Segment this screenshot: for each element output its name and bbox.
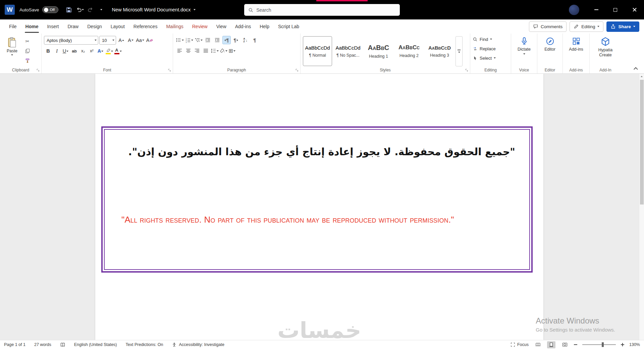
zoom-out-button[interactable] bbox=[574, 344, 577, 345]
tab-references[interactable]: References bbox=[129, 19, 162, 34]
purple-border-box[interactable]: "جميع الحقوق محفوظة. لا يجوز إعادة إنتاج… bbox=[101, 126, 533, 273]
share-button[interactable]: Share bbox=[606, 21, 639, 32]
accessibility-status[interactable]: Accessibility: Investigate bbox=[172, 342, 224, 347]
line-spacing-button[interactable] bbox=[210, 47, 219, 55]
font-color-button[interactable]: A bbox=[114, 47, 122, 55]
numbering-button[interactable]: 123 bbox=[185, 36, 193, 44]
italic-button[interactable]: I bbox=[53, 47, 61, 55]
find-button[interactable]: Find bbox=[473, 35, 508, 43]
shrink-font-button[interactable]: A bbox=[126, 36, 135, 45]
font-dialog-launcher[interactable] bbox=[168, 68, 171, 72]
align-center-button[interactable] bbox=[184, 47, 193, 55]
hypatia-create-button[interactable]: Hypatia Create bbox=[592, 36, 619, 58]
style-normal[interactable]: AaBbCcDd ¶ Normal bbox=[303, 36, 332, 66]
scroll-up-button[interactable] bbox=[639, 74, 644, 79]
underline-button[interactable]: U bbox=[61, 47, 70, 55]
zoom-slider[interactable] bbox=[582, 344, 616, 345]
bullets-button[interactable] bbox=[175, 36, 184, 44]
focus-mode-button[interactable]: Focus bbox=[511, 342, 529, 347]
document-title[interactable]: New Microsoft Word Document.docx bbox=[112, 7, 196, 12]
superscript-button[interactable]: x² bbox=[88, 47, 96, 55]
multilevel-list-button[interactable] bbox=[194, 36, 203, 44]
shading-button[interactable] bbox=[219, 47, 227, 55]
minimize-button[interactable] bbox=[587, 0, 606, 19]
copy-button[interactable] bbox=[23, 47, 32, 55]
tab-script-lab[interactable]: Script Lab bbox=[274, 19, 304, 34]
strikethrough-button[interactable]: ab bbox=[70, 47, 78, 55]
font-size-combo[interactable] bbox=[99, 36, 116, 45]
comments-button[interactable]: Comments bbox=[529, 21, 567, 32]
tab-mailings[interactable]: Mailings bbox=[162, 19, 187, 34]
tab-help[interactable]: Help bbox=[255, 19, 274, 34]
web-layout-button[interactable] bbox=[560, 341, 569, 348]
style-no-spacing[interactable]: AaBbCcDd ¶ No Spac... bbox=[333, 36, 363, 66]
style-heading3[interactable]: AaBbCcD Heading 3 bbox=[425, 36, 454, 66]
tab-addins[interactable]: Add-ins bbox=[231, 19, 255, 34]
highlight-color-button[interactable] bbox=[105, 47, 113, 55]
tab-layout[interactable]: Layout bbox=[106, 19, 129, 34]
ltr-text-direction-button[interactable]: ¶ bbox=[232, 36, 240, 44]
tab-insert[interactable]: Insert bbox=[43, 19, 63, 34]
tab-home[interactable]: Home bbox=[21, 19, 43, 34]
read-mode-button[interactable] bbox=[534, 341, 542, 348]
font-size-input[interactable] bbox=[102, 38, 111, 43]
align-right-button[interactable] bbox=[193, 47, 201, 55]
format-painter-button[interactable] bbox=[23, 56, 32, 65]
zoom-slider-thumb[interactable] bbox=[602, 342, 604, 347]
page-number-status[interactable]: Page 1 of 1 bbox=[4, 342, 25, 347]
decrease-indent-button[interactable] bbox=[204, 36, 212, 44]
font-name-combo[interactable] bbox=[44, 36, 98, 45]
autosave-toggle[interactable]: Off bbox=[42, 6, 58, 13]
addins-button[interactable]: Add-ins bbox=[565, 36, 587, 52]
paste-button[interactable]: Paste bbox=[2, 36, 22, 66]
select-button[interactable]: Select bbox=[473, 54, 508, 62]
zoom-in-button[interactable] bbox=[621, 343, 624, 346]
redo-button[interactable] bbox=[86, 4, 96, 16]
subscript-button[interactable]: x₂ bbox=[79, 47, 87, 55]
style-heading2[interactable]: AaBbCc Heading 2 bbox=[394, 36, 424, 66]
vertical-scrollbar[interactable] bbox=[639, 74, 644, 340]
proofing-status[interactable] bbox=[60, 342, 65, 347]
save-button[interactable] bbox=[64, 4, 74, 16]
close-button[interactable] bbox=[625, 0, 644, 19]
style-heading1[interactable]: AaBbC Heading 1 bbox=[364, 36, 393, 66]
zoom-level-button[interactable]: 130% bbox=[629, 342, 640, 347]
editing-mode-dropdown[interactable]: Editing bbox=[570, 21, 603, 32]
text-predictions-status[interactable]: Text Predictions: On bbox=[126, 342, 163, 347]
print-layout-button[interactable] bbox=[547, 341, 555, 348]
cut-button[interactable]: ✂ bbox=[23, 37, 32, 45]
search-box[interactable] bbox=[244, 4, 400, 16]
borders-button[interactable]: ⊞ bbox=[228, 47, 236, 55]
bold-button[interactable]: B bbox=[44, 47, 52, 55]
document-page[interactable]: "جميع الحقوق محفوظة. لا يجوز إعادة إنتاج… bbox=[95, 74, 543, 340]
tab-review[interactable]: Review bbox=[188, 19, 212, 34]
collapse-ribbon-button[interactable] bbox=[634, 67, 638, 71]
quick-access-dropdown[interactable] bbox=[96, 4, 106, 16]
grow-font-button[interactable]: A bbox=[117, 36, 125, 45]
align-left-button[interactable] bbox=[175, 47, 184, 55]
word-count-status[interactable]: 27 words bbox=[34, 342, 51, 347]
paragraph-dialog-launcher[interactable] bbox=[295, 68, 299, 72]
search-input[interactable] bbox=[256, 7, 396, 13]
tab-file[interactable]: File bbox=[5, 19, 21, 34]
scrollbar-thumb[interactable] bbox=[640, 80, 644, 205]
word-app-icon[interactable]: W bbox=[5, 5, 15, 15]
user-avatar[interactable] bbox=[569, 5, 579, 15]
editor-button[interactable]: Editor bbox=[540, 36, 560, 52]
sort-button[interactable]: AZ ↓ bbox=[241, 36, 250, 44]
maximize-button[interactable] bbox=[606, 0, 625, 19]
english-paragraph[interactable]: "All rights reserved. No part of this pu… bbox=[121, 212, 514, 228]
language-status[interactable]: English (United States) bbox=[74, 342, 117, 347]
undo-button[interactable] bbox=[75, 4, 85, 16]
text-effects-button[interactable]: A bbox=[96, 47, 105, 55]
rtl-text-direction-button[interactable]: ¶ bbox=[222, 36, 231, 44]
dictate-button[interactable]: Dictate bbox=[514, 36, 535, 55]
tab-draw[interactable]: Draw bbox=[63, 19, 83, 34]
replace-button[interactable]: Replace bbox=[473, 45, 508, 53]
styles-gallery-more-button[interactable] bbox=[455, 36, 463, 66]
arabic-paragraph[interactable]: "جميع الحقوق محفوظة. لا يجوز إعادة إنتاج… bbox=[119, 146, 515, 158]
change-case-button[interactable]: Aa bbox=[136, 36, 144, 45]
font-name-input[interactable] bbox=[47, 38, 93, 43]
styles-dialog-launcher[interactable] bbox=[465, 68, 468, 72]
clipboard-dialog-launcher[interactable] bbox=[36, 68, 40, 72]
